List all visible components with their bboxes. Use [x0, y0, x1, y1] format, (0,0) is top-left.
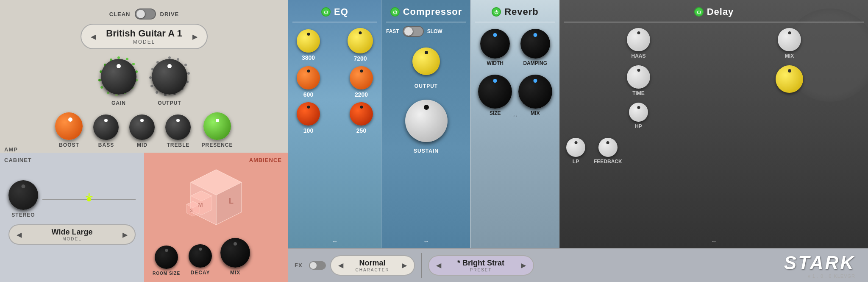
amp-model-prev[interactable]: ◀: [90, 33, 97, 41]
amp-knobs-row: GAIN: [13, 56, 275, 106]
reverb-expand-btn[interactable]: ↔: [512, 112, 518, 119]
cabinet-model-next[interactable]: ▶: [122, 231, 128, 239]
cabinet-model-prev[interactable]: ◀: [16, 231, 22, 239]
preset-selector: ◀ * Bright Strat PRESET ▶: [428, 255, 534, 276]
bottom-separator-1: [421, 253, 422, 278]
delay-time-knob[interactable]: [627, 65, 650, 89]
preset-name: * Bright Strat: [457, 259, 504, 268]
room-size-knob[interactable]: [155, 246, 178, 269]
amp-top-section: CLEAN DRIVE ◀ British Guitar A 1 MODEL ▶: [0, 0, 288, 153]
crosshair-icon: ✛: [85, 193, 93, 202]
fx-label: FX: [295, 262, 303, 268]
eq-power-btn[interactable]: ⏻: [321, 7, 331, 17]
delay-time-wrap: TIME: [566, 65, 711, 96]
comp-sustain-knob[interactable]: [405, 100, 448, 142]
reverb-power-btn[interactable]: ⏻: [492, 7, 501, 17]
output-knob[interactable]: [152, 59, 187, 95]
comp-output-knob[interactable]: [412, 47, 440, 75]
eq-knob-2200-wrap: 2200: [350, 66, 373, 98]
comp-header: ⏻ Compressor: [386, 4, 466, 22]
eq-knob-600-wrap: 600: [297, 66, 320, 98]
reverb-size-knob[interactable]: [478, 75, 512, 109]
comp-sustain-wrap: SUSTAIN: [386, 95, 466, 154]
boost-knob-container: BOOST: [55, 112, 83, 148]
character-selector: ◀ Normal CHARACTER ▶: [330, 255, 415, 276]
bass-knob[interactable]: [93, 114, 119, 140]
amp-section-label: AMP: [4, 146, 18, 153]
eq-knob-2200[interactable]: [350, 66, 373, 89]
stark-logo-wrap: STARK: [784, 252, 855, 274]
svg-point-2: [132, 63, 135, 65]
svg-point-10: [98, 79, 101, 81]
compressor-module: ⏻ Compressor FAST SLOW OUTPUT: [381, 0, 470, 248]
eq-module: ⏻ EQ 3800 7200: [288, 0, 381, 248]
delay-mix-knob[interactable]: [778, 28, 801, 51]
delay-yellow-knob[interactable]: [776, 65, 803, 93]
clean-drive-toggle[interactable]: [135, 8, 156, 20]
cabinet-model-sub: MODEL: [26, 237, 118, 241]
eq-knob-250[interactable]: [350, 102, 373, 126]
comp-power-btn[interactable]: ⏻: [390, 7, 400, 17]
delay-title: Delay: [707, 6, 734, 17]
comp-output-wrap: OUTPUT: [386, 41, 466, 89]
character-prev[interactable]: ◀: [337, 261, 344, 269]
delay-hp-knob[interactable]: [629, 103, 648, 122]
cabinet-position-area: ✛: [42, 199, 136, 200]
bass-knob-container: BASS: [93, 114, 119, 148]
stereo-label: STEREO: [11, 212, 35, 218]
preset-next[interactable]: ▶: [520, 261, 527, 269]
eq-knob-3800-wrap: 3800: [297, 29, 320, 61]
fast-slow-toggle[interactable]: [403, 26, 424, 37]
reverb-row-1: WIDTH DAMPING: [475, 29, 555, 66]
svg-point-22: [156, 91, 158, 94]
eq-knob-100[interactable]: [297, 102, 320, 126]
treble-knob[interactable]: [165, 114, 191, 140]
decay-knob[interactable]: [189, 244, 212, 268]
stereo-knob[interactable]: [8, 180, 38, 210]
preset-sub: PRESET: [470, 268, 492, 272]
svg-point-1: [126, 58, 128, 60]
eq-knob-3800[interactable]: [297, 29, 320, 53]
presence-knob[interactable]: [203, 112, 231, 140]
character-sub: CHARACTER: [356, 268, 389, 272]
delay-feedback-knob[interactable]: [598, 138, 618, 157]
svg-point-23: [150, 85, 153, 87]
reverb-damping-wrap: DAMPING: [520, 29, 550, 66]
ambience-mix-knob[interactable]: [220, 238, 250, 268]
gain-knob-container: GAIN: [97, 56, 140, 106]
delay-expand-btn[interactable]: ↔: [711, 238, 717, 245]
character-next[interactable]: ▶: [401, 261, 408, 269]
mid-knob[interactable]: [129, 114, 155, 140]
ambience-cube-area: L M S: [148, 165, 284, 229]
clean-drive-row: CLEAN DRIVE: [13, 8, 275, 20]
comp-expand-btn[interactable]: ↔: [423, 238, 429, 245]
delay-power-btn[interactable]: ⏻: [694, 7, 704, 17]
reverb-module: ⏻ Reverb WIDTH DAMPING: [470, 0, 559, 248]
slow-label: SLOW: [427, 28, 442, 34]
eq-knob-100-wrap: 100: [297, 102, 320, 134]
gain-knob[interactable]: [101, 59, 136, 95]
decay-label: DECAY: [191, 270, 210, 276]
bottom-toggle-wrap: [309, 261, 326, 270]
delay-module: ⏻ Delay HAAS MIX: [559, 0, 868, 248]
reverb-damping-knob[interactable]: [520, 29, 550, 59]
drive-label: DRIVE: [160, 11, 179, 17]
reverb-mix-knob[interactable]: [518, 75, 552, 109]
eq-knob-7200[interactable]: [348, 28, 373, 53]
delay-bottom-knobs: LP FEEDBACK: [564, 136, 864, 167]
delay-lp-knob[interactable]: [566, 138, 585, 157]
eq-expand-btn[interactable]: ↔: [332, 238, 338, 245]
fx-label-area: FX: [288, 262, 309, 268]
reverb-width-label: WIDTH: [487, 60, 504, 66]
preset-prev[interactable]: ◀: [435, 261, 442, 269]
fast-label: FAST: [386, 28, 399, 34]
stark-brand: KLEVGR: [834, 274, 855, 279]
svg-text:S: S: [190, 208, 193, 213]
eq-freq-2200: 2200: [355, 91, 368, 98]
boost-knob[interactable]: [55, 112, 83, 140]
reverb-width-knob[interactable]: [480, 29, 510, 59]
eq-knob-600[interactable]: [297, 66, 320, 89]
amp-model-next[interactable]: ▶: [192, 33, 198, 41]
delay-haas-knob[interactable]: [627, 28, 650, 51]
bottom-main-toggle[interactable]: [309, 261, 326, 270]
